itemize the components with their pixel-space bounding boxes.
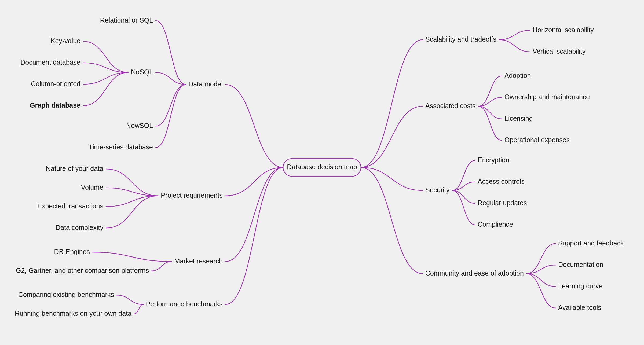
node-vertical: Vertical scalability (533, 47, 586, 55)
node-db-engines: DB-Engines (54, 248, 90, 255)
edge (478, 106, 502, 140)
mindmap-canvas: Database decision mapData modelRelationa… (0, 0, 644, 345)
node-complience: Complience (478, 221, 513, 228)
edge (156, 85, 186, 126)
node-key-value: Key-value (51, 37, 80, 45)
node-project-requirements: Project requirements (161, 192, 223, 199)
edge (156, 21, 186, 85)
edge (499, 30, 530, 40)
node-nosql: NoSQL (131, 68, 153, 76)
node-associated-costs: Associated costs (425, 102, 476, 109)
node-available-tools: Available tools (558, 304, 601, 311)
edge (452, 190, 475, 225)
node-licensing: Licensing (504, 115, 533, 122)
node-learning-curve: Learning curve (558, 282, 602, 290)
edge (526, 274, 555, 287)
node-graph-database: Graph database (30, 101, 80, 109)
edge (156, 85, 186, 148)
node-newsql: NewSQL (126, 122, 153, 129)
edge (361, 167, 423, 274)
node-horizontal: Horizontal scalability (533, 26, 594, 34)
node-nature-data: Nature of your data (46, 165, 103, 172)
node-expected-transactions: Expected transactions (37, 202, 103, 210)
node-encryption: Encryption (478, 156, 509, 164)
node-market-research: Market research (174, 257, 223, 265)
edge (106, 196, 158, 207)
node-time-series: Time-series database (89, 143, 153, 151)
node-adoption: Adoption (504, 72, 531, 79)
edge (117, 295, 143, 304)
edge (152, 262, 171, 271)
node-comparing-benchmarks: Comparing existing benchmarks (18, 291, 114, 298)
edge (93, 252, 171, 262)
node-community: Community and ease of adoption (425, 269, 524, 277)
edge (225, 167, 283, 304)
root-label: Database decision map (287, 163, 357, 171)
node-performance-benchmarks: Performance benchmarks (146, 300, 223, 308)
edge (478, 106, 502, 119)
node-operational: Operational expenses (504, 136, 570, 144)
edge (225, 85, 283, 167)
edge (83, 72, 128, 84)
node-running-benchmarks: Running benchmarks on your own data (15, 310, 131, 317)
edge (452, 190, 475, 203)
node-relational-sql: Relational or SQL (100, 16, 153, 24)
edge (361, 40, 423, 167)
node-ownership: Ownership and maintenance (504, 93, 590, 101)
node-support-feedback: Support and feedback (558, 239, 624, 247)
node-scalability: Scalability and tradeoffs (425, 35, 496, 43)
edge (499, 40, 530, 52)
node-data-model: Data model (188, 80, 223, 88)
node-data-complexity: Data complexity (56, 224, 103, 231)
edge (83, 72, 128, 106)
edge (134, 304, 143, 314)
edge (106, 196, 158, 228)
node-volume: Volume (81, 183, 103, 191)
node-security: Security (425, 186, 450, 194)
node-g2-gartner: G2, Gartner, and other comparison platfo… (16, 267, 149, 274)
edge (526, 274, 555, 308)
edge (361, 106, 423, 167)
node-access-controls: Access controls (478, 178, 525, 185)
edge (225, 167, 283, 196)
node-documentation: Documentation (558, 261, 603, 268)
node-column-oriented: Column-oriented (31, 80, 80, 87)
node-regular-updates: Regular updates (478, 199, 527, 207)
node-document-db: Document database (20, 58, 80, 66)
